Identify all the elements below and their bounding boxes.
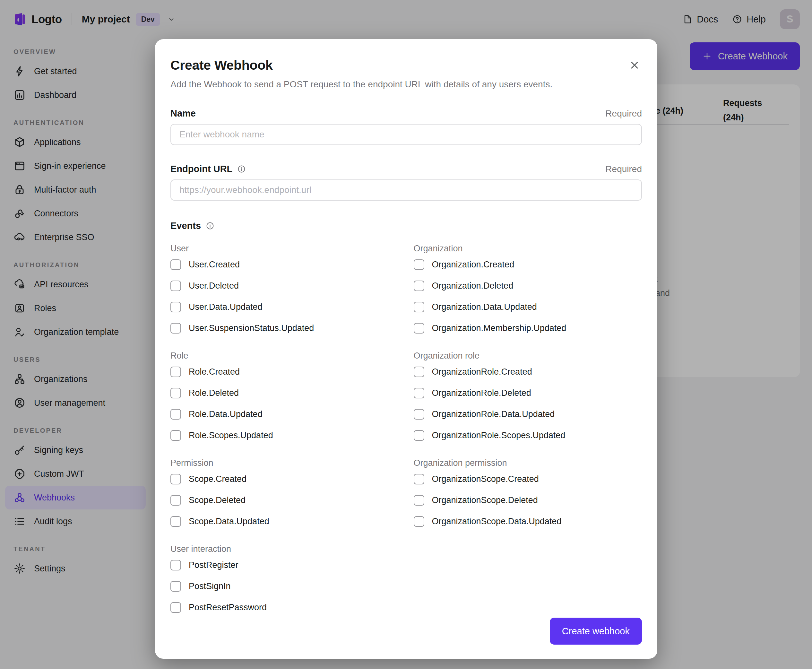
event-row-organizationrole-scopes-updated[interactable]: OrganizationRole.Scopes.Updated [414, 425, 642, 445]
event-row-organization-membership-updated[interactable]: Organization.Membership.Updated [414, 318, 642, 338]
checkbox-unchecked[interactable] [170, 495, 181, 506]
checkbox-unchecked[interactable] [170, 560, 181, 570]
event-label: PostSignIn [189, 582, 231, 591]
event-label: User.SuspensionStatus.Updated [189, 323, 314, 333]
event-label: OrganizationRole.Created [432, 367, 532, 377]
modal-subtitle: Add the Webhook to send a POST request t… [170, 79, 642, 89]
close-icon[interactable] [627, 58, 642, 72]
event-row-role-scopes-updated[interactable]: Role.Scopes.Updated [170, 425, 399, 445]
event-row-role-deleted[interactable]: Role.Deleted [170, 383, 399, 403]
checkbox-unchecked[interactable] [170, 409, 181, 420]
event-label: OrganizationRole.Deleted [432, 388, 531, 398]
event-group-title: Organization permission [414, 455, 642, 468]
checkbox-unchecked[interactable] [170, 259, 181, 270]
event-label: Role.Data.Updated [189, 409, 263, 419]
event-group-organization-permission: Organization permissionOrganizationScope… [414, 455, 642, 531]
event-row-organizationscope-data-updated[interactable]: OrganizationScope.Data.Updated [414, 511, 642, 531]
event-row-organizationscope-created[interactable]: OrganizationScope.Created [414, 469, 642, 489]
event-row-organizationscope-deleted[interactable]: OrganizationScope.Deleted [414, 490, 642, 510]
checkbox-unchecked[interactable] [414, 409, 424, 420]
event-row-role-data-updated[interactable]: Role.Data.Updated [170, 404, 399, 424]
endpoint-url-input[interactable] [170, 180, 642, 201]
event-group-permission: PermissionScope.CreatedScope.DeletedScop… [170, 455, 399, 531]
modal-title: Create Webhook [170, 58, 273, 73]
event-row-postresetpassword[interactable]: PostResetPassword [170, 597, 399, 618]
event-row-role-created[interactable]: Role.Created [170, 361, 399, 382]
checkbox-unchecked[interactable] [414, 366, 424, 377]
checkbox-unchecked[interactable] [414, 430, 424, 441]
checkbox-unchecked[interactable] [170, 581, 181, 592]
event-row-organizationrole-deleted[interactable]: OrganizationRole.Deleted [414, 383, 642, 403]
event-group-title: Role [170, 348, 399, 361]
create-webhook-modal: Create Webhook Add the Webhook to send a… [155, 39, 657, 659]
event-group-user: UserUser.CreatedUser.DeletedUser.Data.Up… [170, 241, 399, 338]
event-row-scope-deleted[interactable]: Scope.Deleted [170, 490, 399, 510]
event-label: Scope.Created [189, 474, 247, 484]
checkbox-unchecked[interactable] [414, 259, 424, 270]
endpoint-required-tag: Required [605, 164, 642, 174]
event-label: OrganizationRole.Data.Updated [432, 409, 555, 419]
event-row-organization-data-updated[interactable]: Organization.Data.Updated [414, 297, 642, 317]
checkbox-unchecked[interactable] [414, 388, 424, 398]
checkbox-unchecked[interactable] [414, 302, 424, 313]
checkbox-unchecked[interactable] [170, 281, 181, 291]
event-label: PostRegister [189, 560, 238, 570]
event-row-organizationrole-data-updated[interactable]: OrganizationRole.Data.Updated [414, 404, 642, 424]
event-label: User.Data.Updated [189, 302, 263, 312]
checkbox-unchecked[interactable] [170, 602, 181, 613]
name-field-group: Name Required [170, 108, 642, 145]
webhook-name-input[interactable] [170, 124, 642, 145]
event-group-empty [414, 531, 642, 618]
event-label: User.Deleted [189, 281, 239, 291]
event-label: Role.Deleted [189, 388, 239, 398]
event-label: OrganizationRole.Scopes.Updated [432, 430, 565, 440]
event-row-user-created[interactable]: User.Created [170, 254, 399, 275]
event-row-scope-created[interactable]: Scope.Created [170, 469, 399, 489]
event-group-title: Permission [170, 455, 399, 468]
event-row-scope-data-updated[interactable]: Scope.Data.Updated [170, 511, 399, 531]
event-row-organizationrole-created[interactable]: OrganizationRole.Created [414, 361, 642, 382]
checkbox-unchecked[interactable] [414, 323, 424, 334]
event-row-user-data-updated[interactable]: User.Data.Updated [170, 297, 399, 317]
checkbox-unchecked[interactable] [170, 323, 181, 334]
event-row-organization-created[interactable]: Organization.Created [414, 254, 642, 275]
checkbox-unchecked[interactable] [170, 302, 181, 313]
event-group-role: RoleRole.CreatedRole.DeletedRole.Data.Up… [170, 348, 399, 445]
info-icon[interactable] [206, 222, 215, 230]
checkbox-unchecked[interactable] [170, 366, 181, 377]
endpoint-field-group: Endpoint URL Required [170, 164, 642, 201]
event-group-user-interaction: User interactionPostRegisterPostSignInPo… [170, 541, 399, 618]
event-label: Scope.Data.Updated [189, 516, 269, 526]
checkbox-unchecked[interactable] [414, 281, 424, 291]
event-group-organization: OrganizationOrganization.CreatedOrganiza… [414, 241, 642, 338]
events-grid: UserUser.CreatedUser.DeletedUser.Data.Up… [170, 231, 642, 618]
event-label: Role.Scopes.Updated [189, 430, 273, 440]
event-group-title: Organization role [414, 348, 642, 361]
event-label: OrganizationScope.Created [432, 474, 539, 484]
event-label: Organization.Created [432, 260, 515, 270]
event-label: PostResetPassword [189, 603, 267, 612]
checkbox-unchecked[interactable] [170, 474, 181, 484]
event-row-user-suspensionstatus-updated[interactable]: User.SuspensionStatus.Updated [170, 318, 399, 338]
checkbox-unchecked[interactable] [170, 388, 181, 398]
event-label: Organization.Deleted [432, 281, 513, 291]
checkbox-unchecked[interactable] [414, 516, 424, 527]
event-group-title: User [170, 241, 399, 254]
info-icon[interactable] [237, 165, 246, 173]
checkbox-unchecked[interactable] [170, 516, 181, 527]
create-webhook-submit-button[interactable]: Create webhook [550, 618, 642, 645]
event-row-postsignin[interactable]: PostSignIn [170, 576, 399, 597]
event-row-postregister[interactable]: PostRegister [170, 555, 399, 575]
checkbox-unchecked[interactable] [414, 495, 424, 506]
checkbox-unchecked[interactable] [414, 474, 424, 484]
event-row-organization-deleted[interactable]: Organization.Deleted [414, 276, 642, 296]
event-group-organization-role: Organization roleOrganizationRole.Create… [414, 348, 642, 445]
event-group-title: Organization [414, 241, 642, 254]
name-field-label: Name [170, 108, 196, 119]
event-group-title: User interaction [170, 541, 399, 554]
event-row-user-deleted[interactable]: User.Deleted [170, 276, 399, 296]
event-label: Scope.Deleted [189, 495, 245, 505]
event-label: Organization.Membership.Updated [432, 323, 567, 333]
checkbox-unchecked[interactable] [170, 430, 181, 441]
event-label: OrganizationScope.Data.Updated [432, 516, 562, 526]
